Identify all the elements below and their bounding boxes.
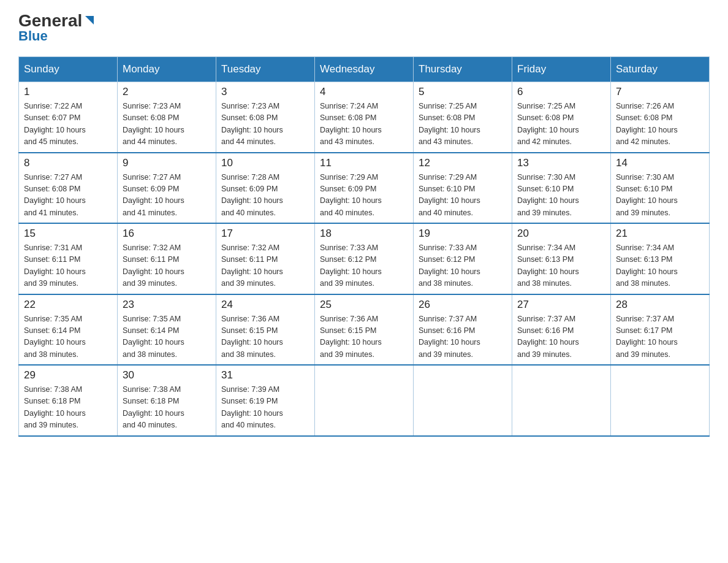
- day-number: 12: [419, 157, 507, 169]
- day-number: 2: [123, 86, 211, 98]
- header-thursday: Thursday: [414, 57, 512, 82]
- day-info: Sunrise: 7:24 AMSunset: 6:08 PMDaylight:…: [320, 101, 408, 148]
- calendar-cell: 18 Sunrise: 7:33 AMSunset: 6:12 PMDaylig…: [315, 223, 414, 294]
- calendar-cell: 19 Sunrise: 7:33 AMSunset: 6:12 PMDaylig…: [414, 223, 512, 294]
- day-info: Sunrise: 7:34 AMSunset: 6:13 PMDaylight:…: [517, 242, 605, 290]
- day-number: 13: [517, 157, 605, 169]
- day-number: 30: [123, 369, 211, 381]
- day-info: Sunrise: 7:26 AMSunset: 6:08 PMDaylight:…: [616, 101, 704, 148]
- day-info: Sunrise: 7:22 AMSunset: 6:07 PMDaylight:…: [24, 101, 112, 148]
- calendar-cell: [512, 365, 611, 436]
- day-number: 29: [24, 369, 112, 381]
- calendar-cell: 8 Sunrise: 7:27 AMSunset: 6:08 PMDayligh…: [19, 153, 118, 224]
- day-number: 9: [123, 157, 211, 169]
- calendar-cell: 25 Sunrise: 7:36 AMSunset: 6:15 PMDaylig…: [315, 294, 414, 366]
- calendar-cell: 22 Sunrise: 7:35 AMSunset: 6:14 PMDaylig…: [19, 294, 118, 366]
- calendar-cell: 16 Sunrise: 7:32 AMSunset: 6:11 PMDaylig…: [118, 223, 216, 294]
- calendar-cell: 28 Sunrise: 7:37 AMSunset: 6:17 PMDaylig…: [611, 294, 710, 366]
- day-number: 17: [221, 228, 309, 240]
- day-info: Sunrise: 7:37 AMSunset: 6:16 PMDaylight:…: [419, 313, 507, 361]
- day-info: Sunrise: 7:37 AMSunset: 6:17 PMDaylight:…: [616, 313, 704, 361]
- day-info: Sunrise: 7:38 AMSunset: 6:18 PMDaylight:…: [24, 384, 112, 432]
- calendar-cell: 7 Sunrise: 7:26 AMSunset: 6:08 PMDayligh…: [611, 82, 710, 153]
- calendar-cell: 1 Sunrise: 7:22 AMSunset: 6:07 PMDayligh…: [19, 82, 118, 153]
- day-info: Sunrise: 7:30 AMSunset: 6:10 PMDaylight:…: [517, 172, 605, 220]
- day-info: Sunrise: 7:35 AMSunset: 6:14 PMDaylight:…: [123, 313, 211, 361]
- day-info: Sunrise: 7:38 AMSunset: 6:18 PMDaylight:…: [123, 384, 211, 432]
- calendar-cell: 3 Sunrise: 7:23 AMSunset: 6:08 PMDayligh…: [216, 82, 315, 153]
- calendar-table: SundayMondayTuesdayWednesdayThursdayFrid…: [18, 56, 710, 437]
- day-number: 23: [123, 299, 211, 311]
- day-number: 3: [221, 86, 309, 98]
- calendar-cell: 11 Sunrise: 7:29 AMSunset: 6:09 PMDaylig…: [315, 153, 414, 224]
- day-number: 31: [221, 369, 309, 381]
- calendar-header-row: SundayMondayTuesdayWednesdayThursdayFrid…: [19, 57, 710, 82]
- logo-general: General: [18, 12, 82, 29]
- calendar-cell: 30 Sunrise: 7:38 AMSunset: 6:18 PMDaylig…: [118, 365, 216, 436]
- day-number: 21: [616, 228, 704, 240]
- logo-blue: Blue: [18, 28, 48, 44]
- logo-arrow-icon: [83, 13, 96, 27]
- calendar-cell: 21 Sunrise: 7:34 AMSunset: 6:13 PMDaylig…: [611, 223, 710, 294]
- day-number: 15: [24, 228, 112, 240]
- day-info: Sunrise: 7:34 AMSunset: 6:13 PMDaylight:…: [616, 242, 704, 290]
- day-number: 18: [320, 228, 408, 240]
- header-saturday: Saturday: [611, 57, 710, 82]
- page-header: General Blue: [18, 12, 710, 44]
- day-info: Sunrise: 7:33 AMSunset: 6:12 PMDaylight:…: [419, 242, 507, 290]
- day-number: 16: [123, 228, 211, 240]
- calendar-cell: [611, 365, 710, 436]
- day-number: 22: [24, 299, 112, 311]
- calendar-cell: [414, 365, 512, 436]
- calendar-cell: 17 Sunrise: 7:32 AMSunset: 6:11 PMDaylig…: [216, 223, 315, 294]
- calendar-cell: 24 Sunrise: 7:36 AMSunset: 6:15 PMDaylig…: [216, 294, 315, 366]
- header-tuesday: Tuesday: [216, 57, 315, 82]
- svg-marker-0: [85, 16, 94, 25]
- day-info: Sunrise: 7:32 AMSunset: 6:11 PMDaylight:…: [123, 242, 211, 290]
- day-number: 20: [517, 228, 605, 240]
- day-info: Sunrise: 7:27 AMSunset: 6:08 PMDaylight:…: [24, 172, 112, 220]
- calendar-cell: 20 Sunrise: 7:34 AMSunset: 6:13 PMDaylig…: [512, 223, 611, 294]
- calendar-cell: 4 Sunrise: 7:24 AMSunset: 6:08 PMDayligh…: [315, 82, 414, 153]
- calendar-cell: 14 Sunrise: 7:30 AMSunset: 6:10 PMDaylig…: [611, 153, 710, 224]
- day-number: 1: [24, 86, 112, 98]
- day-info: Sunrise: 7:25 AMSunset: 6:08 PMDaylight:…: [517, 101, 605, 148]
- day-number: 26: [419, 299, 507, 311]
- day-info: Sunrise: 7:33 AMSunset: 6:12 PMDaylight:…: [320, 242, 408, 290]
- day-number: 27: [517, 299, 605, 311]
- calendar-week-3: 15 Sunrise: 7:31 AMSunset: 6:11 PMDaylig…: [19, 223, 710, 294]
- day-number: 11: [320, 157, 408, 169]
- day-number: 28: [616, 299, 704, 311]
- day-number: 14: [616, 157, 704, 169]
- calendar-cell: 27 Sunrise: 7:37 AMSunset: 6:16 PMDaylig…: [512, 294, 611, 366]
- day-info: Sunrise: 7:27 AMSunset: 6:09 PMDaylight:…: [123, 172, 211, 220]
- calendar-week-1: 1 Sunrise: 7:22 AMSunset: 6:07 PMDayligh…: [19, 82, 710, 153]
- day-info: Sunrise: 7:39 AMSunset: 6:19 PMDaylight:…: [221, 384, 309, 432]
- calendar-week-4: 22 Sunrise: 7:35 AMSunset: 6:14 PMDaylig…: [19, 294, 710, 366]
- day-info: Sunrise: 7:36 AMSunset: 6:15 PMDaylight:…: [221, 313, 309, 361]
- calendar-cell: 31 Sunrise: 7:39 AMSunset: 6:19 PMDaylig…: [216, 365, 315, 436]
- calendar-cell: 23 Sunrise: 7:35 AMSunset: 6:14 PMDaylig…: [118, 294, 216, 366]
- day-info: Sunrise: 7:23 AMSunset: 6:08 PMDaylight:…: [123, 101, 211, 148]
- day-info: Sunrise: 7:31 AMSunset: 6:11 PMDaylight:…: [24, 242, 112, 290]
- calendar-cell: 6 Sunrise: 7:25 AMSunset: 6:08 PMDayligh…: [512, 82, 611, 153]
- day-number: 8: [24, 157, 112, 169]
- day-info: Sunrise: 7:37 AMSunset: 6:16 PMDaylight:…: [517, 313, 605, 361]
- header-sunday: Sunday: [19, 57, 118, 82]
- day-info: Sunrise: 7:35 AMSunset: 6:14 PMDaylight:…: [24, 313, 112, 361]
- day-number: 19: [419, 228, 507, 240]
- calendar-cell: 2 Sunrise: 7:23 AMSunset: 6:08 PMDayligh…: [118, 82, 216, 153]
- calendar-cell: 15 Sunrise: 7:31 AMSunset: 6:11 PMDaylig…: [19, 223, 118, 294]
- day-number: 7: [616, 86, 704, 98]
- day-number: 4: [320, 86, 408, 98]
- day-info: Sunrise: 7:30 AMSunset: 6:10 PMDaylight:…: [616, 172, 704, 220]
- header-monday: Monday: [118, 57, 216, 82]
- header-wednesday: Wednesday: [315, 57, 414, 82]
- calendar-week-2: 8 Sunrise: 7:27 AMSunset: 6:08 PMDayligh…: [19, 153, 710, 224]
- day-info: Sunrise: 7:29 AMSunset: 6:10 PMDaylight:…: [419, 172, 507, 220]
- day-info: Sunrise: 7:32 AMSunset: 6:11 PMDaylight:…: [221, 242, 309, 290]
- header-friday: Friday: [512, 57, 611, 82]
- calendar-cell: 13 Sunrise: 7:30 AMSunset: 6:10 PMDaylig…: [512, 153, 611, 224]
- day-number: 6: [517, 86, 605, 98]
- calendar-cell: 12 Sunrise: 7:29 AMSunset: 6:10 PMDaylig…: [414, 153, 512, 224]
